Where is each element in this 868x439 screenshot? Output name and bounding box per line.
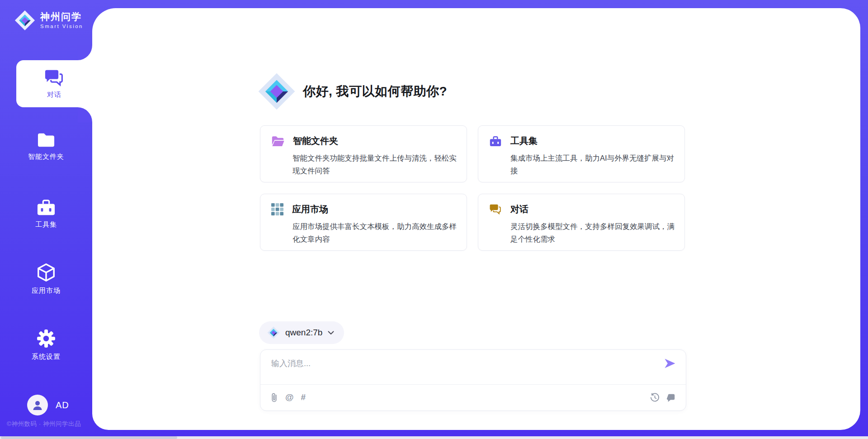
tab-fillet-top (78, 45, 92, 60)
avatar (27, 395, 48, 415)
diamond-logo-icon (258, 72, 296, 110)
chevron-down-icon (328, 331, 334, 335)
brand-subtitle: Smart Vision (40, 24, 83, 29)
card-app-market[interactable]: 应用市场 应用市场提供丰富长文本模板，助力高效生成多样化文章内容 (260, 194, 467, 251)
message-input[interactable] (260, 350, 686, 382)
brand-title: 神州问学 (40, 12, 83, 21)
toolbox-icon (36, 198, 56, 216)
card-description: 智能文件夹功能支持批量文件上传与清洗，轻松实现文件问答 (292, 152, 458, 177)
model-selector[interactable]: qwen2:7b (259, 321, 344, 344)
app-root: 神州问学 Smart Vision 对话 智能文件夹 工具集 应用市场 (0, 0, 868, 439)
card-title: 对话 (510, 203, 528, 215)
card-title: 应用市场 (292, 203, 328, 215)
diamond-logo-icon (267, 326, 280, 339)
attachment-icon[interactable] (270, 392, 278, 403)
card-chat[interactable]: 对话 灵活切换多模型文件，支持多样回复效果调试，满足个性化需求 (478, 194, 685, 251)
model-name: qwen2:7b (285, 328, 322, 338)
chat-bubbles-icon (44, 69, 64, 88)
sidebar-item-label: 系统设置 (32, 353, 61, 361)
send-button[interactable] (663, 357, 676, 370)
chat-bubbles-icon (489, 204, 502, 215)
user-initials: AD (56, 400, 69, 410)
sidebar-item-chat[interactable]: 对话 (16, 60, 92, 107)
diamond-logo-icon (14, 10, 35, 31)
history-icon[interactable] (650, 393, 660, 402)
sidebar-item-toolbox[interactable]: 工具集 (0, 198, 92, 229)
conversation-icon[interactable] (667, 393, 676, 402)
folder-open-icon (271, 135, 284, 147)
sidebar-item-settings[interactable]: 系统设置 (0, 329, 92, 361)
sidebar-item-label: 智能文件夹 (28, 153, 64, 161)
card-toolbox[interactable]: 工具集 集成市场上主流工具，助力AI与外界无缝扩展与对接 (478, 125, 685, 182)
sidebar-item-smart-folder[interactable]: 智能文件夹 (0, 131, 92, 161)
scrollbar-thumb[interactable] (1, 436, 177, 439)
greeting-title: 你好, 我可以如何帮助你? (303, 83, 447, 100)
toolbox-icon (489, 135, 502, 147)
copyright-text: ©神州数码 · 神州问学出品 (7, 420, 81, 428)
sidebar-item-label: 工具集 (35, 220, 57, 229)
folder-icon (36, 131, 56, 148)
send-icon (664, 358, 676, 369)
user-profile[interactable]: AD (27, 395, 69, 415)
sidebar-item-label: 对话 (47, 91, 61, 99)
composer-toolbar: @ # (260, 384, 686, 410)
grid-icon (271, 203, 283, 215)
hash-icon[interactable]: # (301, 392, 306, 402)
sidebar-item-app-market[interactable]: 应用市场 (0, 262, 92, 295)
card-description: 灵活切换多模型文件，支持多样回复效果调试，满足个性化需求 (510, 220, 675, 245)
card-title: 工具集 (510, 135, 538, 147)
brand-logo: 神州问学 Smart Vision (14, 10, 83, 31)
message-composer: @ # (260, 349, 686, 411)
card-description: 应用市场提供丰富长文本模板，助力高效生成多样化文章内容 (292, 220, 458, 245)
tab-fillet-bottom (78, 107, 92, 122)
at-icon[interactable]: @ (285, 392, 294, 402)
sidebar-item-label: 应用市场 (32, 286, 61, 295)
feature-cards: 智能文件夹 智能文件夹功能支持批量文件上传与清洗，轻松实现文件问答 工具集 集成… (260, 125, 685, 251)
card-description: 集成市场上主流工具，助力AI与外界无缝扩展与对接 (510, 152, 675, 177)
person-icon (32, 399, 43, 411)
cube-icon (36, 262, 56, 282)
horizontal-scrollbar[interactable] (0, 436, 868, 439)
greeting-block: 你好, 我可以如何帮助你? (258, 72, 447, 110)
card-title: 智能文件夹 (293, 135, 338, 147)
gear-icon (36, 329, 56, 348)
card-smart-folder[interactable]: 智能文件夹 智能文件夹功能支持批量文件上传与清洗，轻松实现文件问答 (260, 125, 467, 182)
